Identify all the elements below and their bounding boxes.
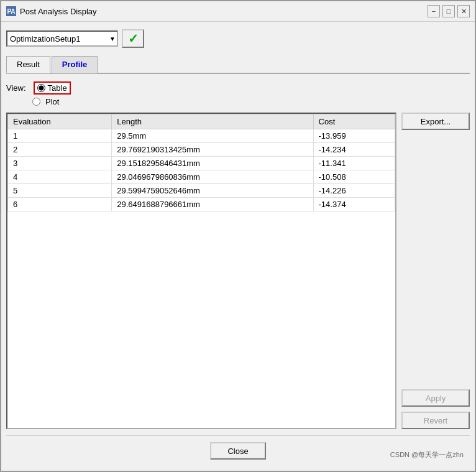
col-header-evaluation: Evaluation [8,114,112,129]
cell-length: 29.7692190313425mm [112,143,313,157]
title-bar: PA Post Analysis Display − □ ✕ [1,1,475,22]
data-table: Evaluation Length Cost 129.5mm-13.959229… [7,114,395,211]
tab-profile[interactable]: Profile [52,56,98,73]
footer: Close CSDN @每天学一点zhn [6,435,470,466]
table-radio-label: Table [48,83,67,93]
checkmark-icon: ✓ [128,31,139,46]
cell-cost: -13.959 [313,129,395,143]
plot-radio-label: Plot [45,97,59,106]
table-row: 129.5mm-13.959 [8,129,395,143]
close-button[interactable]: Close [210,442,266,460]
table-radio[interactable] [37,84,45,92]
close-window-button[interactable]: ✕ [457,5,470,17]
cell-cost: -11.341 [313,157,395,170]
view-row-plot: Plot [6,97,470,106]
data-table-container: Evaluation Length Cost 129.5mm-13.959229… [6,113,396,429]
minimize-button[interactable]: − [428,5,440,17]
plot-radio[interactable] [32,98,40,106]
main-window: PA Post Analysis Display − □ ✕ Optimizat… [0,0,476,472]
view-label: View: [6,83,26,93]
cell-evaluation: 5 [8,184,112,198]
cell-length: 29.1518295846431mm [112,157,313,170]
cell-length: 29.0469679860836mm [112,170,313,184]
cell-cost: -14.374 [313,198,395,211]
window-controls: − □ ✕ [428,5,470,17]
window-title: Post Analysis Display [20,7,97,16]
app-icon: PA [6,6,16,16]
col-header-length: Length [112,114,313,129]
content-area: View: Table Plot [6,78,470,429]
setup-select[interactable]: OptimizationSetup1 [6,30,118,47]
tab-bar: Result Profile [6,55,470,74]
toolbar: OptimizationSetup1 ✓ [6,27,470,50]
table-radio-box: Table [34,81,71,95]
table-row: 429.0469679860836mm-10.508 [8,170,395,184]
cell-evaluation: 2 [8,143,112,157]
table-row: 329.1518295846431mm-11.341 [8,157,395,170]
setup-select-wrapper: OptimizationSetup1 [6,30,118,47]
watermark: CSDN @每天学一点zhn [390,450,464,460]
right-panel: Export... Apply Revert [401,113,470,429]
window-body: OptimizationSetup1 ✓ Result Profile View… [1,22,475,471]
export-button[interactable]: Export... [401,113,470,130]
cell-length: 29.5mm [112,129,313,143]
table-row: 529.5994759052646mm-14.226 [8,184,395,198]
view-row-table: View: Table [6,81,470,95]
cell-evaluation: 6 [8,198,112,211]
cell-cost: -14.226 [313,184,395,198]
cell-length: 29.5994759052646mm [112,184,313,198]
cell-cost: -14.234 [313,143,395,157]
table-row: 229.7692190313425mm-14.234 [8,143,395,157]
cell-evaluation: 4 [8,170,112,184]
confirm-button[interactable]: ✓ [122,29,144,48]
view-section: View: Table Plot [6,78,470,110]
table-row: 629.6491688796661mm-14.374 [8,198,395,211]
cell-cost: -10.508 [313,170,395,184]
title-bar-left: PA Post Analysis Display [6,6,97,16]
cell-length: 29.6491688796661mm [112,198,313,211]
cell-evaluation: 3 [8,157,112,170]
main-row: Evaluation Length Cost 129.5mm-13.959229… [6,113,470,429]
maximize-button[interactable]: □ [442,5,455,17]
cell-evaluation: 1 [8,129,112,143]
tab-result[interactable]: Result [6,56,50,73]
col-header-cost: Cost [313,114,395,129]
apply-button[interactable]: Apply [401,389,470,407]
revert-button[interactable]: Revert [401,412,470,429]
